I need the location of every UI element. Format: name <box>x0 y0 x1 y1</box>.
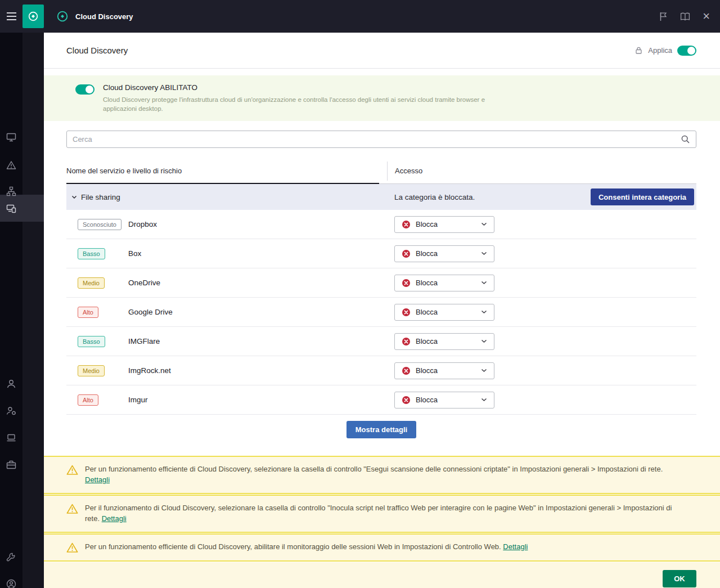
category-name: File sharing <box>81 193 120 201</box>
risk-badge: Basso <box>78 248 105 259</box>
access-select[interactable]: Blocca <box>394 275 494 291</box>
sidebar-item-devices[interactable] <box>0 197 22 219</box>
feedback-flag-icon[interactable] <box>659 12 668 21</box>
column-header-service[interactable]: Nome del servizio e livello di rischio <box>66 158 387 183</box>
sidebar-item-monitoring[interactable] <box>0 126 22 149</box>
access-value: Blocca <box>416 396 476 404</box>
access-value: Blocca <box>416 279 476 287</box>
warning-text: Per un funzionamento efficiente di Cloud… <box>85 465 663 473</box>
app-logo-tile[interactable] <box>22 5 44 28</box>
details-link[interactable]: Dettagli <box>85 475 110 484</box>
access-select[interactable]: Blocca <box>394 362 494 379</box>
details-link[interactable]: Dettagli <box>503 542 528 551</box>
topbar: Cloud Discovery × <box>0 0 720 33</box>
access-value: Blocca <box>416 220 476 228</box>
chevron-down-icon <box>481 398 487 402</box>
service-name: Google Drive <box>128 308 173 316</box>
access-select[interactable]: Blocca <box>394 216 494 233</box>
risk-badge: Medio <box>78 277 105 289</box>
chevron-down-icon <box>71 195 77 199</box>
access-select[interactable]: Blocca <box>394 245 494 262</box>
category-status: La categoria è bloccata. <box>387 193 591 201</box>
close-icon[interactable]: × <box>703 10 710 23</box>
risk-badge: Sconosciuto <box>78 219 122 230</box>
table-row: Medio OneDrive Blocca <box>66 268 696 298</box>
devices-icon <box>6 203 16 213</box>
sidebar-item-settings[interactable] <box>0 546 22 568</box>
sidebar-item-licenses[interactable] <box>0 454 22 476</box>
access-select[interactable]: Blocca <box>394 304 494 321</box>
page-header: Cloud Discovery Applica <box>44 33 720 69</box>
sidebar <box>0 33 44 588</box>
sidebar-item-device-management[interactable] <box>0 427 22 449</box>
monitor-icon <box>6 132 16 142</box>
user-gear-icon <box>6 406 16 416</box>
category-row: File sharing La categoria è bloccata. Co… <box>66 184 696 210</box>
allow-category-button[interactable]: Consenti intera categoria <box>591 188 694 205</box>
warning-icon <box>66 542 78 553</box>
service-name: IMGFlare <box>128 337 160 345</box>
access-select[interactable]: Blocca <box>394 333 494 350</box>
block-icon <box>402 249 411 258</box>
footer: OK <box>44 562 720 588</box>
chevron-down-icon <box>481 281 487 285</box>
block-icon <box>402 366 411 375</box>
details-link[interactable]: Dettagli <box>102 514 127 523</box>
risk-badge: Alto <box>78 307 98 318</box>
banner-description: Cloud Discovery protegge l'infrastruttur… <box>103 95 485 113</box>
risk-badge: Medio <box>78 365 105 376</box>
sidebar-item-alerts[interactable] <box>0 154 22 177</box>
apply-label: Applica <box>648 46 672 55</box>
access-select[interactable]: Blocca <box>394 392 494 409</box>
search-icon[interactable] <box>681 134 690 144</box>
warning-text: Per il funzionamento di Cloud Discovery,… <box>85 504 672 523</box>
laptop-icon <box>6 433 16 443</box>
apply-toggle[interactable] <box>677 46 696 56</box>
wrench-icon <box>6 552 16 562</box>
access-value: Blocca <box>416 366 476 375</box>
service-name: Imgur <box>128 396 148 404</box>
sidebar-item-users[interactable] <box>0 372 22 395</box>
column-header-access[interactable]: Accesso <box>387 161 696 181</box>
service-name: Dropbox <box>128 220 157 228</box>
access-value: Blocca <box>416 308 476 316</box>
search-input[interactable] <box>73 135 681 143</box>
enabled-banner: Cloud Discovery ABILITATO Cloud Discover… <box>44 75 720 121</box>
briefcase-icon <box>6 460 16 470</box>
user-circle-icon <box>6 579 16 588</box>
tree-icon <box>6 186 16 196</box>
service-name: ImgRock.net <box>128 366 171 375</box>
page-title: Cloud Discovery <box>66 46 128 55</box>
table-row: Alto Google Drive Blocca <box>66 298 696 327</box>
block-icon <box>402 279 411 288</box>
table-row: Alto Imgur Blocca <box>66 385 696 415</box>
table-row: Basso IMGFlare Blocca <box>66 327 696 356</box>
risk-badge: Alto <box>78 394 98 406</box>
category-toggle[interactable]: File sharing <box>66 193 387 201</box>
details-row: Mostra dettagli <box>66 415 696 444</box>
warning-icon <box>66 504 78 514</box>
block-icon <box>402 337 411 346</box>
alert-triangle-icon <box>6 160 16 170</box>
show-details-button[interactable]: Mostra dettagli <box>346 421 416 438</box>
sidebar-item-account[interactable] <box>0 573 22 588</box>
user-icon <box>6 379 16 389</box>
cloud-discovery-toggle[interactable] <box>75 84 94 95</box>
block-icon <box>402 396 411 405</box>
service-name: OneDrive <box>128 279 160 287</box>
sidebar-item-user-roles[interactable] <box>0 400 22 422</box>
warning-banner: Per il funzionamento di Cloud Discovery,… <box>44 495 720 533</box>
window-title: Cloud Discovery <box>75 12 133 21</box>
warning-banner: Per un funzionamento efficiente di Cloud… <box>44 456 720 494</box>
menu-icon[interactable] <box>0 0 22 33</box>
kaspersky-logo-icon <box>28 11 39 22</box>
table-row: Medio ImgRock.net Blocca <box>66 356 696 385</box>
window-logo-icon <box>56 10 69 23</box>
services-table: Nome del servizio e livello di rischio A… <box>66 158 696 444</box>
table-header: Nome del servizio e livello di rischio A… <box>66 158 696 184</box>
ok-button[interactable]: OK <box>663 570 696 587</box>
help-book-icon[interactable] <box>680 12 690 21</box>
chevron-down-icon <box>481 369 487 372</box>
main-panel: Cloud Discovery Applica Cloud Discovery … <box>44 33 720 588</box>
table-row: Basso Box Blocca <box>66 239 696 268</box>
